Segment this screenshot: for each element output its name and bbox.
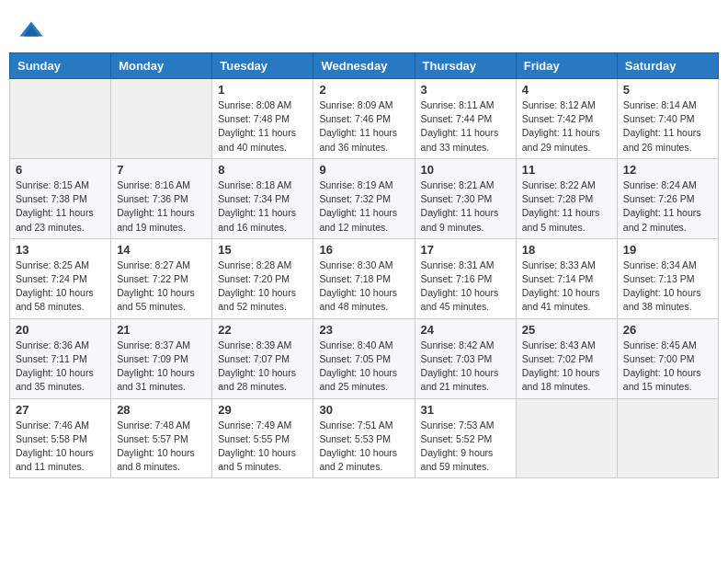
day-header-monday: Monday	[111, 53, 212, 79]
day-header-friday: Friday	[516, 53, 617, 79]
day-info: Sunrise: 8:28 AMSunset: 7:20 PMDaylight:…	[218, 259, 307, 315]
calendar-cell: 9Sunrise: 8:19 AMSunset: 7:32 PMDaylight…	[313, 158, 415, 238]
day-info: Sunrise: 7:53 AMSunset: 5:52 PMDaylight:…	[421, 419, 510, 475]
day-info: Sunrise: 8:15 AMSunset: 7:38 PMDaylight:…	[16, 178, 105, 235]
day-number: 1	[218, 83, 307, 97]
day-info: Sunrise: 7:46 AMSunset: 5:58 PMDaylight:…	[16, 419, 105, 475]
calendar-cell	[111, 79, 212, 159]
day-info: Sunrise: 8:14 AMSunset: 7:40 PMDaylight:…	[623, 98, 712, 155]
calendar-cell: 23Sunrise: 8:40 AMSunset: 7:05 PMDayligh…	[313, 318, 415, 398]
calendar-week-4: 20Sunrise: 8:36 AMSunset: 7:11 PMDayligh…	[10, 318, 719, 398]
day-number: 13	[16, 243, 105, 257]
calendar-cell: 17Sunrise: 8:31 AMSunset: 7:16 PMDayligh…	[415, 238, 516, 318]
calendar-cell	[10, 79, 111, 159]
day-number: 18	[522, 243, 611, 257]
day-number: 9	[319, 163, 408, 177]
day-number: 21	[117, 323, 206, 337]
calendar-week-2: 6Sunrise: 8:15 AMSunset: 7:38 PMDaylight…	[10, 158, 719, 238]
calendar-cell: 11Sunrise: 8:22 AMSunset: 7:28 PMDayligh…	[516, 158, 617, 238]
day-header-saturday: Saturday	[617, 53, 718, 79]
day-number: 31	[421, 403, 510, 417]
day-info: Sunrise: 8:39 AMSunset: 7:07 PMDaylight:…	[218, 339, 307, 395]
calendar-cell: 18Sunrise: 8:33 AMSunset: 7:14 PMDayligh…	[516, 238, 617, 318]
logo-icon	[18, 18, 44, 44]
calendar-cell: 21Sunrise: 8:37 AMSunset: 7:09 PMDayligh…	[111, 318, 212, 398]
calendar-header-row: SundayMondayTuesdayWednesdayThursdayFrid…	[10, 53, 719, 79]
calendar-week-5: 27Sunrise: 7:46 AMSunset: 5:58 PMDayligh…	[10, 398, 719, 478]
calendar-cell: 15Sunrise: 8:28 AMSunset: 7:20 PMDayligh…	[212, 238, 313, 318]
day-number: 3	[421, 83, 510, 97]
day-info: Sunrise: 8:09 AMSunset: 7:46 PMDaylight:…	[319, 98, 408, 155]
calendar-cell: 7Sunrise: 8:16 AMSunset: 7:36 PMDaylight…	[111, 158, 212, 238]
calendar-cell	[516, 398, 617, 478]
day-info: Sunrise: 8:22 AMSunset: 7:28 PMDaylight:…	[522, 178, 611, 235]
day-number: 10	[421, 163, 510, 177]
calendar-cell: 22Sunrise: 8:39 AMSunset: 7:07 PMDayligh…	[212, 318, 313, 398]
day-number: 19	[623, 243, 712, 257]
day-number: 28	[117, 403, 206, 417]
calendar-cell: 28Sunrise: 7:48 AMSunset: 5:57 PMDayligh…	[111, 398, 212, 478]
logo	[18, 18, 48, 44]
day-info: Sunrise: 8:34 AMSunset: 7:13 PMDaylight:…	[623, 259, 712, 315]
calendar-cell: 3Sunrise: 8:11 AMSunset: 7:44 PMDaylight…	[415, 79, 516, 159]
day-number: 12	[623, 163, 712, 177]
day-header-wednesday: Wednesday	[313, 53, 415, 79]
day-info: Sunrise: 8:37 AMSunset: 7:09 PMDaylight:…	[117, 339, 206, 395]
day-number: 4	[522, 83, 611, 97]
day-number: 15	[218, 243, 307, 257]
day-info: Sunrise: 8:43 AMSunset: 7:02 PMDaylight:…	[522, 339, 611, 395]
day-number: 17	[421, 243, 510, 257]
day-header-tuesday: Tuesday	[212, 53, 313, 79]
calendar-cell: 10Sunrise: 8:21 AMSunset: 7:30 PMDayligh…	[415, 158, 516, 238]
day-number: 5	[623, 83, 712, 97]
day-info: Sunrise: 7:51 AMSunset: 5:53 PMDaylight:…	[319, 419, 408, 475]
day-info: Sunrise: 8:11 AMSunset: 7:44 PMDaylight:…	[421, 98, 510, 155]
calendar-body: 1Sunrise: 8:08 AMSunset: 7:48 PMDaylight…	[10, 79, 719, 478]
day-header-thursday: Thursday	[415, 53, 516, 79]
calendar-cell: 25Sunrise: 8:43 AMSunset: 7:02 PMDayligh…	[516, 318, 617, 398]
calendar-cell: 31Sunrise: 7:53 AMSunset: 5:52 PMDayligh…	[415, 398, 516, 478]
day-info: Sunrise: 8:08 AMSunset: 7:48 PMDaylight:…	[218, 98, 307, 155]
calendar-cell: 20Sunrise: 8:36 AMSunset: 7:11 PMDayligh…	[10, 318, 111, 398]
day-info: Sunrise: 8:31 AMSunset: 7:16 PMDaylight:…	[421, 259, 510, 315]
day-number: 2	[319, 83, 408, 97]
day-number: 22	[218, 323, 307, 337]
day-info: Sunrise: 8:21 AMSunset: 7:30 PMDaylight:…	[421, 178, 510, 235]
day-number: 27	[16, 403, 105, 417]
day-info: Sunrise: 8:40 AMSunset: 7:05 PMDaylight:…	[319, 339, 408, 395]
calendar-cell: 5Sunrise: 8:14 AMSunset: 7:40 PMDaylight…	[617, 79, 718, 159]
day-info: Sunrise: 8:19 AMSunset: 7:32 PMDaylight:…	[319, 178, 408, 235]
calendar-week-3: 13Sunrise: 8:25 AMSunset: 7:24 PMDayligh…	[10, 238, 719, 318]
calendar-cell: 2Sunrise: 8:09 AMSunset: 7:46 PMDaylight…	[313, 79, 415, 159]
calendar-cell: 13Sunrise: 8:25 AMSunset: 7:24 PMDayligh…	[10, 238, 111, 318]
calendar-cell: 30Sunrise: 7:51 AMSunset: 5:53 PMDayligh…	[313, 398, 415, 478]
day-number: 7	[117, 163, 206, 177]
calendar-cell: 12Sunrise: 8:24 AMSunset: 7:26 PMDayligh…	[617, 158, 718, 238]
day-number: 6	[16, 163, 105, 177]
calendar-week-1: 1Sunrise: 8:08 AMSunset: 7:48 PMDaylight…	[10, 79, 719, 159]
day-info: Sunrise: 8:16 AMSunset: 7:36 PMDaylight:…	[117, 178, 206, 235]
calendar-cell: 8Sunrise: 8:18 AMSunset: 7:34 PMDaylight…	[212, 158, 313, 238]
day-number: 29	[218, 403, 307, 417]
calendar-cell: 6Sunrise: 8:15 AMSunset: 7:38 PMDaylight…	[10, 158, 111, 238]
day-number: 23	[319, 323, 408, 337]
day-info: Sunrise: 8:42 AMSunset: 7:03 PMDaylight:…	[421, 339, 510, 395]
day-info: Sunrise: 8:12 AMSunset: 7:42 PMDaylight:…	[522, 98, 611, 155]
day-number: 25	[522, 323, 611, 337]
day-info: Sunrise: 7:49 AMSunset: 5:55 PMDaylight:…	[218, 419, 307, 475]
calendar-cell: 14Sunrise: 8:27 AMSunset: 7:22 PMDayligh…	[111, 238, 212, 318]
day-info: Sunrise: 7:48 AMSunset: 5:57 PMDaylight:…	[117, 419, 206, 475]
calendar-cell	[617, 398, 718, 478]
day-number: 11	[522, 163, 611, 177]
calendar-cell: 19Sunrise: 8:34 AMSunset: 7:13 PMDayligh…	[617, 238, 718, 318]
page-header	[9, 9, 719, 49]
day-number: 30	[319, 403, 408, 417]
calendar-cell: 1Sunrise: 8:08 AMSunset: 7:48 PMDaylight…	[212, 79, 313, 159]
day-number: 26	[623, 323, 712, 337]
calendar-cell: 26Sunrise: 8:45 AMSunset: 7:00 PMDayligh…	[617, 318, 718, 398]
calendar-cell: 29Sunrise: 7:49 AMSunset: 5:55 PMDayligh…	[212, 398, 313, 478]
day-info: Sunrise: 8:33 AMSunset: 7:14 PMDaylight:…	[522, 259, 611, 315]
day-number: 16	[319, 243, 408, 257]
day-info: Sunrise: 8:18 AMSunset: 7:34 PMDaylight:…	[218, 178, 307, 235]
day-info: Sunrise: 8:36 AMSunset: 7:11 PMDaylight:…	[16, 339, 105, 395]
